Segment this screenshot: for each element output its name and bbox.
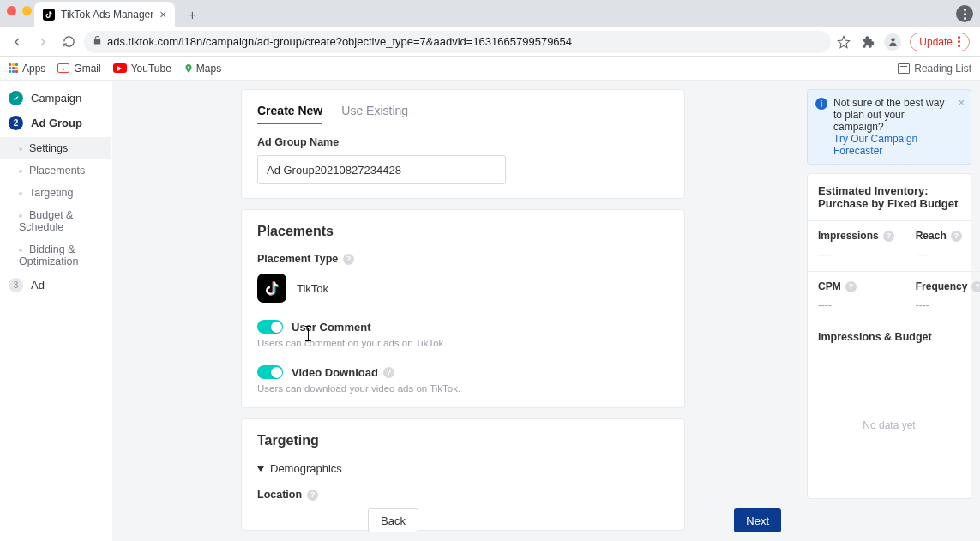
metric-impressions-label: Impressions (818, 230, 879, 242)
reading-list-icon (898, 63, 910, 74)
info-icon[interactable]: ? (951, 231, 962, 242)
impressions-budget-section[interactable]: Impressions & Budget (808, 322, 971, 352)
step-number-icon: 2 (9, 116, 23, 130)
gmail-label: Gmail (74, 63, 100, 75)
maps-icon (183, 63, 192, 75)
reload-button[interactable] (58, 32, 79, 52)
metric-frequency-label: Frequency (916, 280, 968, 292)
youtube-icon (113, 63, 127, 73)
tiktok-favicon-icon (43, 9, 55, 21)
tab-close-icon[interactable]: × (159, 9, 166, 21)
browser-toolbar: ads.tiktok.com/i18n/campaign/ad-group/cr… (0, 27, 980, 57)
inventory-title: Estimated Inventory: Purchase by Fixed B… (808, 174, 971, 221)
address-bar[interactable]: ads.tiktok.com/i18n/campaign/ad-group/cr… (84, 31, 831, 53)
placement-tiktok-label: TikTok (297, 282, 328, 295)
info-icon[interactable]: ? (343, 254, 354, 265)
next-button[interactable]: Next (734, 508, 781, 532)
targeting-card: Targeting Demographics Location ? (241, 418, 685, 531)
placements-card: Placements Placement Type ? TikTok (241, 209, 685, 408)
targeting-title: Targeting (257, 433, 669, 448)
no-data-text: No data yet (808, 352, 971, 498)
youtube-label: YouTube (131, 63, 171, 75)
apps-bookmark[interactable]: Apps (9, 63, 45, 75)
demographics-toggle[interactable]: Demographics (257, 462, 669, 475)
inventory-card: Estimated Inventory: Purchase by Fixed B… (807, 173, 971, 499)
notice-close-icon[interactable]: × (958, 96, 965, 109)
check-icon (9, 91, 23, 105)
gmail-icon (57, 63, 69, 73)
placements-title: Placements (257, 224, 669, 239)
info-icon[interactable]: ? (307, 490, 318, 501)
step-campaign[interactable]: Campaign (0, 86, 111, 111)
metric-cpm-value: ---- (818, 299, 894, 311)
browser-tab-title: TikTok Ads Manager (61, 9, 153, 21)
tiktok-logo-icon (257, 274, 286, 303)
tab-overflow-button[interactable] (956, 5, 973, 22)
user-comment-toggle[interactable] (257, 320, 283, 334)
adgroup-name-card: Create New Use Existing Ad Group Name (241, 89, 685, 199)
apps-label: Apps (22, 63, 45, 75)
wizard-sidebar: Campaign 2 Ad Group Settings Placements … (0, 81, 112, 541)
update-label: Update (919, 36, 953, 48)
star-icon[interactable] (836, 34, 851, 50)
substep-placements[interactable]: Placements (0, 159, 111, 182)
back-button[interactable] (7, 32, 27, 52)
step-adgroup-label: Ad Group (31, 117, 82, 129)
video-download-toggle[interactable] (257, 365, 283, 379)
tab-create-new[interactable]: Create New (257, 104, 322, 124)
youtube-bookmark[interactable]: YouTube (113, 63, 171, 75)
substep-bidding-optimization[interactable]: Bidding & Optimization (0, 238, 111, 273)
back-button[interactable]: Back (368, 508, 418, 532)
url-text: ads.tiktok.com/i18n/campaign/ad-group/cr… (107, 35, 572, 48)
metric-cpm-label: CPM (818, 280, 841, 292)
substep-settings[interactable]: Settings (0, 137, 111, 159)
info-icon[interactable]: ? (845, 281, 857, 292)
text-cursor-icon (308, 328, 309, 340)
step-campaign-label: Campaign (31, 92, 81, 105)
step-ad[interactable]: 3 Ad (0, 273, 111, 298)
placement-tiktok-row: TikTok (257, 274, 669, 303)
video-download-desc: Users can download your video ads on Tik… (257, 383, 669, 394)
forward-button[interactable] (33, 32, 53, 52)
chevron-down-icon (257, 466, 264, 472)
profile-avatar-icon[interactable] (884, 33, 901, 51)
new-tab-button[interactable]: + (180, 3, 204, 27)
substep-budget-schedule[interactable]: Budget & Schedule (0, 204, 111, 238)
user-comment-label: User Comment (292, 321, 370, 334)
adgroup-name-label: Ad Group Name (257, 136, 669, 148)
user-comment-desc: Users can comment on your ads on TikTok. (257, 338, 669, 348)
step-adgroup[interactable]: 2 Ad Group (0, 111, 111, 135)
svg-point-1 (188, 66, 190, 69)
extensions-icon[interactable] (860, 34, 875, 50)
step-ad-label: Ad (31, 279, 45, 292)
video-download-label: Video Download (292, 366, 378, 379)
tab-use-existing[interactable]: Use Existing (341, 104, 408, 124)
info-icon[interactable]: ? (383, 367, 394, 378)
reading-list-label: Reading List (914, 63, 971, 75)
forecaster-notice: i Not sure of the best way to plan out y… (807, 89, 971, 165)
metric-reach-value: ---- (916, 249, 980, 261)
demographics-label: Demographics (270, 462, 342, 475)
kebab-icon (958, 36, 960, 47)
maps-label: Maps (196, 63, 221, 75)
notice-text: Not sure of the best way to plan out you… (833, 97, 944, 133)
window-close-traffic[interactable] (7, 6, 16, 15)
metric-impressions-value: ---- (818, 249, 894, 261)
window-minimize-traffic[interactable] (22, 6, 32, 15)
info-icon[interactable]: ? (971, 281, 980, 292)
placement-type-label: Placement Type (257, 253, 338, 265)
lock-icon (93, 35, 102, 48)
reading-list-button[interactable]: Reading List (898, 63, 971, 75)
browser-tab[interactable]: TikTok Ads Manager × (34, 2, 175, 27)
substep-targeting[interactable]: Targeting (0, 182, 111, 204)
info-icon[interactable]: ? (883, 231, 894, 242)
gmail-bookmark[interactable]: Gmail (57, 63, 100, 75)
svg-point-0 (891, 38, 894, 41)
metric-reach-label: Reach (916, 230, 947, 242)
maps-bookmark[interactable]: Maps (183, 63, 221, 75)
forecaster-link[interactable]: Try Our Campaign Forecaster (833, 133, 917, 157)
adgroup-name-input[interactable] (257, 155, 506, 184)
metric-frequency-value: ---- (916, 299, 980, 311)
browser-update-button[interactable]: Update (910, 33, 970, 51)
info-icon: i (815, 98, 827, 110)
